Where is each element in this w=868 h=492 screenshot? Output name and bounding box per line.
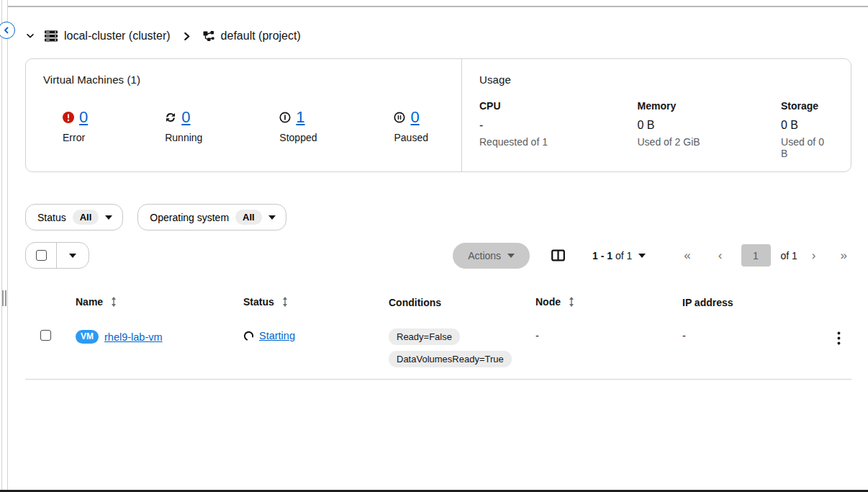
project-icon bbox=[203, 30, 214, 42]
vm-status-stats: 0 Error 0 Running bbox=[43, 109, 444, 143]
os-filter-label: Operating system bbox=[150, 212, 229, 223]
bulk-select-menu-toggle[interactable] bbox=[57, 243, 89, 268]
row-node-cell: - bbox=[524, 321, 671, 380]
vm-kind-badge: VM bbox=[76, 330, 99, 344]
table-header-row: Name Status Conditions Node IP address bbox=[25, 289, 851, 321]
column-header-conditions: Conditions bbox=[377, 289, 524, 321]
row-checkbox[interactable] bbox=[40, 330, 51, 341]
last-page-button[interactable]: » bbox=[838, 248, 850, 263]
row-conditions-cell: Ready=False DataVolumesReady=True bbox=[377, 321, 524, 380]
usage-card-title: Usage bbox=[479, 73, 833, 86]
metric-cpu: CPU - Requested of 1 bbox=[479, 100, 637, 159]
breadcrumb-cluster[interactable]: local-cluster (cluster) bbox=[45, 30, 171, 43]
vm-status-link[interactable]: Starting bbox=[259, 330, 295, 341]
condition-badge: Ready=False bbox=[389, 328, 460, 345]
bulk-select-split-button bbox=[25, 242, 89, 269]
column-header-node[interactable]: Node bbox=[524, 289, 671, 321]
breadcrumb-project-label: default (project) bbox=[221, 30, 301, 43]
page-of-label: of 1 bbox=[781, 250, 797, 261]
pagination-range-rest: of 1 bbox=[615, 250, 632, 261]
stat-paused-label: Paused bbox=[394, 132, 428, 143]
caret-down-icon bbox=[638, 254, 646, 258]
caret-down-icon bbox=[69, 254, 76, 258]
filter-bar: Status All Operating system All bbox=[25, 204, 851, 231]
os-filter-dropdown[interactable]: Operating system All bbox=[137, 204, 286, 231]
usage-metrics: CPU - Requested of 1 Memory 0 B Used of … bbox=[479, 100, 833, 159]
sort-icon bbox=[111, 298, 117, 309]
stopped-icon bbox=[279, 112, 291, 123]
table-row: VM rhel9-lab-vm Starting Ready=False bbox=[25, 321, 851, 380]
next-page-button[interactable]: › bbox=[809, 248, 819, 263]
row-status-cell: Starting bbox=[232, 321, 377, 380]
tree-collapse-toggle[interactable] bbox=[25, 31, 35, 41]
metric-cpu-value: - bbox=[479, 119, 637, 132]
node-value: - bbox=[535, 330, 539, 341]
metric-cpu-label: CPU bbox=[479, 100, 637, 112]
column-header-ip: IP address bbox=[671, 289, 817, 321]
stat-error: 0 Error bbox=[63, 109, 88, 143]
select-all-checkbox[interactable] bbox=[26, 243, 57, 268]
status-filter-label: Status bbox=[37, 212, 66, 223]
breadcrumb: local-cluster (cluster) default (project… bbox=[25, 30, 851, 43]
breadcrumb-project[interactable]: default (project) bbox=[203, 30, 301, 43]
row-ip-cell: - bbox=[671, 321, 817, 380]
row-kebab-cell bbox=[817, 321, 851, 380]
drawer-resize-handle[interactable] bbox=[2, 290, 7, 306]
paused-icon bbox=[394, 112, 405, 123]
table-toolbar: Actions 1 - 1 of 1 « bbox=[25, 242, 851, 269]
stat-error-label: Error bbox=[63, 132, 88, 143]
toolbar-right-group: Actions 1 - 1 of 1 « bbox=[453, 243, 851, 269]
chevron-down-icon bbox=[25, 31, 35, 41]
metric-storage-value: 0 B bbox=[781, 119, 833, 132]
panel-edge-line bbox=[1, 0, 2, 492]
sort-icon bbox=[569, 298, 574, 309]
manage-columns-button[interactable] bbox=[550, 247, 566, 264]
stopped-count-link[interactable]: 1 bbox=[296, 109, 304, 126]
stat-running-label: Running bbox=[165, 132, 202, 143]
condition-badge: DataVolumesReady=True bbox=[389, 351, 512, 367]
pagination-range-bold: 1 - 1 bbox=[592, 250, 612, 261]
running-count-link[interactable]: 0 bbox=[181, 109, 190, 126]
status-filter-value-badge: All bbox=[73, 210, 99, 225]
row-checkbox-cell bbox=[25, 321, 64, 380]
metric-memory-label: Memory bbox=[637, 100, 781, 112]
virtual-machines-page: local-cluster (cluster) default (project… bbox=[8, 7, 868, 490]
error-count-link[interactable]: 0 bbox=[79, 109, 88, 126]
metric-storage: Storage 0 B Used of 0 B bbox=[781, 100, 833, 159]
chevron-right-icon bbox=[183, 32, 191, 40]
metric-storage-label: Storage bbox=[781, 100, 833, 112]
pagination-range-dropdown[interactable]: 1 - 1 of 1 bbox=[592, 250, 646, 261]
metric-storage-sub: Used of 0 B bbox=[781, 136, 833, 159]
kebab-icon bbox=[837, 331, 841, 345]
actions-dropdown-button[interactable]: Actions bbox=[453, 243, 530, 269]
virtual-machines-table: Name Status Conditions Node IP address bbox=[25, 289, 851, 380]
previous-page-button[interactable]: ‹ bbox=[715, 248, 725, 263]
spinner-icon bbox=[243, 331, 254, 341]
metric-cpu-sub: Requested of 1 bbox=[479, 136, 637, 148]
row-kebab-menu-button[interactable] bbox=[833, 330, 845, 346]
cluster-icon bbox=[45, 30, 58, 42]
chevron-left-icon bbox=[3, 27, 10, 34]
caret-down-icon bbox=[507, 254, 515, 258]
caret-down-icon bbox=[268, 215, 276, 220]
column-header-status[interactable]: Status bbox=[232, 289, 377, 321]
column-header-name[interactable]: Name bbox=[64, 289, 232, 321]
pagination-nav: « ‹ of 1 › » bbox=[681, 244, 851, 267]
paused-count-link[interactable]: 0 bbox=[410, 109, 419, 126]
first-page-button[interactable]: « bbox=[681, 248, 693, 263]
columns-icon bbox=[551, 249, 565, 262]
page-number-input[interactable] bbox=[741, 244, 771, 267]
header-checkbox-cell bbox=[25, 289, 64, 321]
stat-stopped: 1 Stopped bbox=[279, 109, 317, 143]
header-kebab-cell bbox=[817, 289, 851, 321]
stat-stopped-label: Stopped bbox=[279, 132, 317, 143]
row-name-cell: VM rhel9-lab-vm bbox=[64, 321, 232, 380]
status-filter-dropdown[interactable]: Status All bbox=[25, 204, 123, 231]
metric-memory: Memory 0 B Used of 2 GiB bbox=[637, 100, 781, 159]
summary-cards: Virtual Machines (1) 0 Error bbox=[25, 58, 851, 172]
sort-icon bbox=[282, 298, 288, 309]
stat-paused: 0 Paused bbox=[394, 109, 428, 143]
os-filter-value-badge: All bbox=[235, 210, 262, 225]
vm-card-title: Virtual Machines (1) bbox=[43, 73, 444, 86]
vm-name-link[interactable]: rhel9-lab-vm bbox=[104, 331, 163, 343]
